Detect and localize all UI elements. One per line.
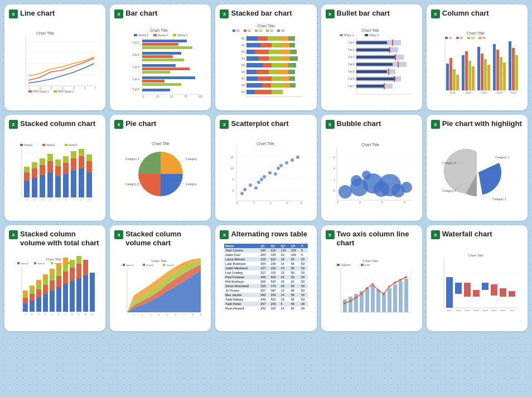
card-two-axis[interactable]: x Two axis column line chart Chart Title… (321, 225, 422, 331)
table-row: Lisa Cowling227120235053 (224, 270, 308, 275)
svg-rect-347 (63, 272, 68, 284)
svg-text:6: 6 (287, 201, 288, 205)
excel-icon-stk-vol: x (114, 230, 123, 239)
card-bar-chart[interactable]: x Bar chart Chart Title Series 1 Series … (110, 4, 211, 110)
svg-rect-322 (23, 303, 28, 312)
svg-rect-443 (482, 283, 489, 290)
svg-rect-86 (283, 63, 288, 67)
card-pie-chart[interactable]: x Pie chart Chart Title Category 1 Categ… (110, 115, 211, 221)
svg-text:Cat 1: Cat 1 (133, 41, 139, 44)
table-row: Simon Moorhead225175266453 (224, 284, 308, 288)
excel-icon-pie-hl: x (431, 120, 440, 129)
svg-rect-75 (269, 50, 280, 54)
card-column-chart[interactable]: x Column chart Chart Title S1 S2 S3 S4 (427, 4, 528, 110)
chart-area-waterfall: Chart Title (431, 241, 523, 327)
svg-rect-79 (259, 56, 269, 61)
svg-rect-35 (142, 71, 170, 74)
svg-text:Series 3: Series 3 (177, 33, 188, 37)
svg-point-422 (371, 283, 374, 285)
chart-area-stk-vol-total: Chart Title Series1 Series2 Series3 Tota… (9, 249, 101, 327)
svg-rect-225 (86, 172, 92, 197)
svg-rect-80 (269, 56, 283, 61)
svg-text:4: 4 (333, 167, 335, 170)
svg-point-427 (399, 279, 402, 281)
svg-rect-168 (456, 75, 459, 90)
svg-rect-208 (40, 165, 45, 175)
waterfall-svg: Chart Title (434, 252, 520, 316)
svg-rect-324 (23, 294, 28, 298)
svg-rect-27 (142, 40, 187, 42)
svg-text:Sep5: Sep5 (491, 309, 497, 312)
card-title-stacked-column: x Stacked column chart (9, 119, 101, 129)
svg-rect-201 (24, 181, 30, 197)
svg-text:9: 9 (200, 313, 202, 316)
svg-rect-179 (500, 57, 502, 90)
svg-text:Sep1: Sep1 (456, 309, 461, 312)
card-pie-highlight[interactable]: x Pie chart with highlight Category 1 Ca… (427, 115, 528, 221)
svg-text:3: 3 (150, 313, 152, 316)
svg-rect-357 (83, 260, 88, 275)
svg-rect-118 (365, 34, 368, 36)
svg-rect-94 (258, 76, 272, 81)
svg-point-260 (257, 181, 260, 184)
svg-rect-176 (487, 65, 490, 90)
svg-text:1: 1 (28, 86, 30, 90)
svg-text:8: 8 (71, 313, 73, 316)
svg-rect-406 (349, 297, 352, 312)
svg-rect-441 (473, 290, 480, 297)
svg-rect-138 (356, 78, 395, 80)
svg-rect-323 (23, 298, 28, 303)
card-line-chart[interactable]: x Line chart Chart Title (4, 4, 105, 110)
card-stacked-col-vol-total[interactable]: x Stacked column volume with total chart… (4, 225, 105, 331)
card-bullet-bar[interactable]: x Bullet bar chart Chart Title Policy 1 … (321, 4, 422, 110)
svg-text:S2: S2 (248, 29, 251, 32)
svg-text:Cat 4: Cat 4 (348, 62, 355, 66)
bar-chart-svg: Chart Title Series 1 Series 2 Series 3 (117, 27, 204, 100)
svg-rect-371 (123, 264, 125, 266)
column-chart-svg: Chart Title S1 S2 S3 S4 (434, 30, 520, 97)
card-alt-table[interactable]: x Alternating rows table Name Q1 Q2 Q3 Q… (215, 225, 316, 331)
svg-text:4: 4 (62, 86, 64, 90)
svg-text:5: 5 (73, 86, 75, 90)
svg-text:Cat 2: Cat 2 (133, 53, 139, 56)
svg-text:S2: S2 (460, 37, 463, 40)
svg-rect-210 (47, 172, 53, 197)
svg-rect-415 (399, 281, 403, 312)
card-scatterplot[interactable]: x Scatterplot chart Chart Title (215, 115, 316, 221)
excel-icon-stacked-bar: x (220, 9, 229, 18)
svg-rect-221 (71, 151, 76, 158)
chart-area-two-axis: Chart Title Columns Line (326, 249, 418, 327)
svg-rect-83 (246, 63, 263, 67)
card-stacked-bar[interactable]: x Stacked bar chart Chart Title S1 S2 S3… (215, 4, 316, 110)
svg-point-261 (260, 178, 263, 181)
svg-text:S3: S3 (259, 29, 262, 32)
svg-text:Policy 1: Policy 1 (344, 33, 354, 37)
table-row: Lance Belrose225910195053 (224, 257, 308, 262)
svg-rect-218 (63, 156, 69, 163)
svg-rect-172 (472, 66, 475, 90)
svg-rect-214 (55, 166, 61, 176)
svg-point-421 (366, 287, 368, 289)
svg-rect-348 (63, 264, 68, 272)
card-bubble-chart[interactable]: x Bubble chart Chart Title (321, 115, 422, 221)
card-title-waterfall: x Waterfall chart (431, 230, 523, 239)
svg-text:Grp1: Grp1 (450, 91, 456, 94)
card-stacked-col-vol[interactable]: x Stacked column volume chart Chart Titl… (110, 225, 211, 331)
pie-chart-svg: Chart Title Category 1 Category 2 Catego… (124, 141, 197, 207)
card-waterfall[interactable]: x Waterfall chart Chart Title (427, 225, 528, 331)
svg-rect-68 (246, 43, 260, 47)
table-row: Adam Paul204130221005 (224, 253, 308, 257)
svg-text:Chart Title: Chart Title (257, 142, 275, 146)
svg-text:4: 4 (50, 198, 51, 201)
svg-text:Chart Title: Chart Title (152, 142, 170, 146)
svg-text:4: 4 (270, 201, 272, 205)
svg-text:R4: R4 (241, 57, 245, 60)
svg-rect-223 (79, 156, 84, 168)
svg-point-268 (291, 158, 294, 162)
card-stacked-column[interactable]: x Stacked column chart Series1 Series2 S… (4, 115, 105, 221)
svg-rect-328 (30, 289, 35, 294)
table-row: Judith Meckland227120235053 (224, 266, 308, 270)
svg-text:25: 25 (156, 95, 159, 98)
svg-rect-203 (24, 167, 30, 172)
svg-rect-66 (280, 36, 288, 41)
